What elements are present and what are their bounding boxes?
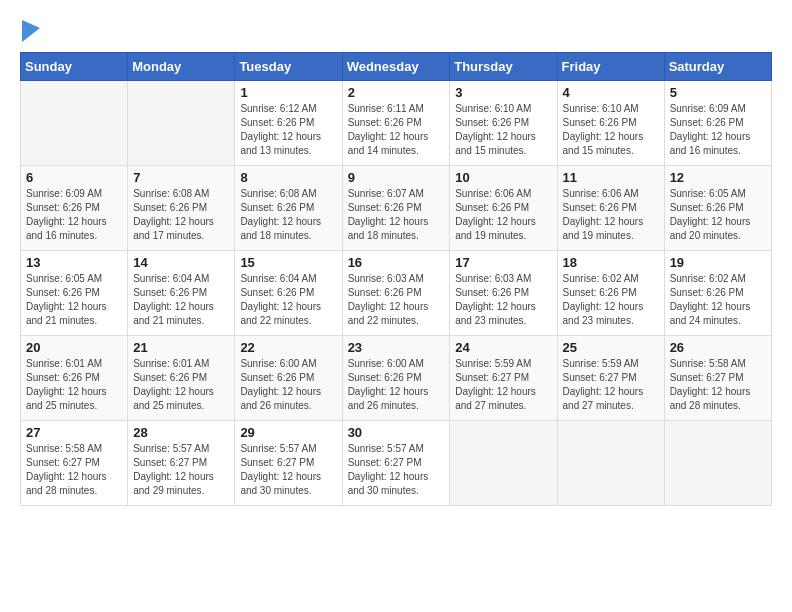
day-number: 15	[240, 255, 336, 270]
day-info: Sunrise: 6:04 AM Sunset: 6:26 PM Dayligh…	[240, 272, 336, 328]
svg-marker-0	[22, 20, 40, 42]
calendar-day-18: 18Sunrise: 6:02 AM Sunset: 6:26 PM Dayli…	[557, 251, 664, 336]
day-info: Sunrise: 6:08 AM Sunset: 6:26 PM Dayligh…	[133, 187, 229, 243]
calendar-day-11: 11Sunrise: 6:06 AM Sunset: 6:26 PM Dayli…	[557, 166, 664, 251]
day-info: Sunrise: 5:59 AM Sunset: 6:27 PM Dayligh…	[563, 357, 659, 413]
day-info: Sunrise: 5:58 AM Sunset: 6:27 PM Dayligh…	[670, 357, 766, 413]
day-info: Sunrise: 6:02 AM Sunset: 6:26 PM Dayligh…	[563, 272, 659, 328]
day-number: 8	[240, 170, 336, 185]
calendar-header-wednesday: Wednesday	[342, 53, 450, 81]
day-info: Sunrise: 6:09 AM Sunset: 6:26 PM Dayligh…	[670, 102, 766, 158]
calendar-day-22: 22Sunrise: 6:00 AM Sunset: 6:26 PM Dayli…	[235, 336, 342, 421]
logo-icon	[22, 20, 40, 42]
calendar-day-24: 24Sunrise: 5:59 AM Sunset: 6:27 PM Dayli…	[450, 336, 557, 421]
day-number: 23	[348, 340, 445, 355]
day-info: Sunrise: 5:57 AM Sunset: 6:27 PM Dayligh…	[348, 442, 445, 498]
calendar-day-20: 20Sunrise: 6:01 AM Sunset: 6:26 PM Dayli…	[21, 336, 128, 421]
calendar-day-7: 7Sunrise: 6:08 AM Sunset: 6:26 PM Daylig…	[128, 166, 235, 251]
calendar-week-row: 27Sunrise: 5:58 AM Sunset: 6:27 PM Dayli…	[21, 421, 772, 506]
page-header	[20, 20, 772, 42]
day-info: Sunrise: 6:06 AM Sunset: 6:26 PM Dayligh…	[455, 187, 551, 243]
day-info: Sunrise: 5:58 AM Sunset: 6:27 PM Dayligh…	[26, 442, 122, 498]
calendar-day-15: 15Sunrise: 6:04 AM Sunset: 6:26 PM Dayli…	[235, 251, 342, 336]
day-number: 25	[563, 340, 659, 355]
day-number: 18	[563, 255, 659, 270]
calendar-day-8: 8Sunrise: 6:08 AM Sunset: 6:26 PM Daylig…	[235, 166, 342, 251]
day-number: 24	[455, 340, 551, 355]
day-number: 3	[455, 85, 551, 100]
day-number: 12	[670, 170, 766, 185]
day-info: Sunrise: 6:05 AM Sunset: 6:26 PM Dayligh…	[26, 272, 122, 328]
calendar-table: SundayMondayTuesdayWednesdayThursdayFrid…	[20, 52, 772, 506]
calendar-day-4: 4Sunrise: 6:10 AM Sunset: 6:26 PM Daylig…	[557, 81, 664, 166]
day-number: 7	[133, 170, 229, 185]
calendar-day-17: 17Sunrise: 6:03 AM Sunset: 6:26 PM Dayli…	[450, 251, 557, 336]
calendar-day-5: 5Sunrise: 6:09 AM Sunset: 6:26 PM Daylig…	[664, 81, 771, 166]
day-number: 10	[455, 170, 551, 185]
day-info: Sunrise: 6:02 AM Sunset: 6:26 PM Dayligh…	[670, 272, 766, 328]
day-info: Sunrise: 6:03 AM Sunset: 6:26 PM Dayligh…	[348, 272, 445, 328]
day-info: Sunrise: 5:57 AM Sunset: 6:27 PM Dayligh…	[240, 442, 336, 498]
day-number: 16	[348, 255, 445, 270]
day-number: 1	[240, 85, 336, 100]
day-number: 4	[563, 85, 659, 100]
calendar-header-thursday: Thursday	[450, 53, 557, 81]
calendar-header-monday: Monday	[128, 53, 235, 81]
day-number: 30	[348, 425, 445, 440]
calendar-empty-cell	[21, 81, 128, 166]
calendar-day-14: 14Sunrise: 6:04 AM Sunset: 6:26 PM Dayli…	[128, 251, 235, 336]
calendar-day-10: 10Sunrise: 6:06 AM Sunset: 6:26 PM Dayli…	[450, 166, 557, 251]
calendar-week-row: 20Sunrise: 6:01 AM Sunset: 6:26 PM Dayli…	[21, 336, 772, 421]
day-info: Sunrise: 6:00 AM Sunset: 6:26 PM Dayligh…	[240, 357, 336, 413]
calendar-day-26: 26Sunrise: 5:58 AM Sunset: 6:27 PM Dayli…	[664, 336, 771, 421]
day-info: Sunrise: 6:06 AM Sunset: 6:26 PM Dayligh…	[563, 187, 659, 243]
logo	[20, 20, 40, 42]
calendar-empty-cell	[664, 421, 771, 506]
calendar-header-friday: Friday	[557, 53, 664, 81]
day-number: 21	[133, 340, 229, 355]
day-number: 9	[348, 170, 445, 185]
day-number: 19	[670, 255, 766, 270]
day-info: Sunrise: 5:57 AM Sunset: 6:27 PM Dayligh…	[133, 442, 229, 498]
day-number: 26	[670, 340, 766, 355]
calendar-header-tuesday: Tuesday	[235, 53, 342, 81]
calendar-day-30: 30Sunrise: 5:57 AM Sunset: 6:27 PM Dayli…	[342, 421, 450, 506]
day-info: Sunrise: 6:12 AM Sunset: 6:26 PM Dayligh…	[240, 102, 336, 158]
calendar-day-28: 28Sunrise: 5:57 AM Sunset: 6:27 PM Dayli…	[128, 421, 235, 506]
logo-text	[20, 20, 40, 44]
day-info: Sunrise: 6:09 AM Sunset: 6:26 PM Dayligh…	[26, 187, 122, 243]
day-number: 27	[26, 425, 122, 440]
calendar-day-6: 6Sunrise: 6:09 AM Sunset: 6:26 PM Daylig…	[21, 166, 128, 251]
day-number: 11	[563, 170, 659, 185]
day-info: Sunrise: 6:11 AM Sunset: 6:26 PM Dayligh…	[348, 102, 445, 158]
day-number: 2	[348, 85, 445, 100]
calendar-day-1: 1Sunrise: 6:12 AM Sunset: 6:26 PM Daylig…	[235, 81, 342, 166]
calendar-day-23: 23Sunrise: 6:00 AM Sunset: 6:26 PM Dayli…	[342, 336, 450, 421]
day-info: Sunrise: 6:01 AM Sunset: 6:26 PM Dayligh…	[26, 357, 122, 413]
day-number: 6	[26, 170, 122, 185]
calendar-empty-cell	[557, 421, 664, 506]
day-info: Sunrise: 6:01 AM Sunset: 6:26 PM Dayligh…	[133, 357, 229, 413]
day-info: Sunrise: 6:05 AM Sunset: 6:26 PM Dayligh…	[670, 187, 766, 243]
day-number: 14	[133, 255, 229, 270]
day-number: 20	[26, 340, 122, 355]
calendar-day-2: 2Sunrise: 6:11 AM Sunset: 6:26 PM Daylig…	[342, 81, 450, 166]
day-info: Sunrise: 6:08 AM Sunset: 6:26 PM Dayligh…	[240, 187, 336, 243]
day-number: 22	[240, 340, 336, 355]
calendar-day-13: 13Sunrise: 6:05 AM Sunset: 6:26 PM Dayli…	[21, 251, 128, 336]
day-info: Sunrise: 6:00 AM Sunset: 6:26 PM Dayligh…	[348, 357, 445, 413]
calendar-day-3: 3Sunrise: 6:10 AM Sunset: 6:26 PM Daylig…	[450, 81, 557, 166]
day-number: 13	[26, 255, 122, 270]
calendar-week-row: 1Sunrise: 6:12 AM Sunset: 6:26 PM Daylig…	[21, 81, 772, 166]
day-info: Sunrise: 6:03 AM Sunset: 6:26 PM Dayligh…	[455, 272, 551, 328]
calendar-day-29: 29Sunrise: 5:57 AM Sunset: 6:27 PM Dayli…	[235, 421, 342, 506]
calendar-empty-cell	[450, 421, 557, 506]
calendar-week-row: 6Sunrise: 6:09 AM Sunset: 6:26 PM Daylig…	[21, 166, 772, 251]
day-info: Sunrise: 5:59 AM Sunset: 6:27 PM Dayligh…	[455, 357, 551, 413]
calendar-day-25: 25Sunrise: 5:59 AM Sunset: 6:27 PM Dayli…	[557, 336, 664, 421]
calendar-header-saturday: Saturday	[664, 53, 771, 81]
day-number: 5	[670, 85, 766, 100]
calendar-day-16: 16Sunrise: 6:03 AM Sunset: 6:26 PM Dayli…	[342, 251, 450, 336]
calendar-day-27: 27Sunrise: 5:58 AM Sunset: 6:27 PM Dayli…	[21, 421, 128, 506]
day-info: Sunrise: 6:04 AM Sunset: 6:26 PM Dayligh…	[133, 272, 229, 328]
